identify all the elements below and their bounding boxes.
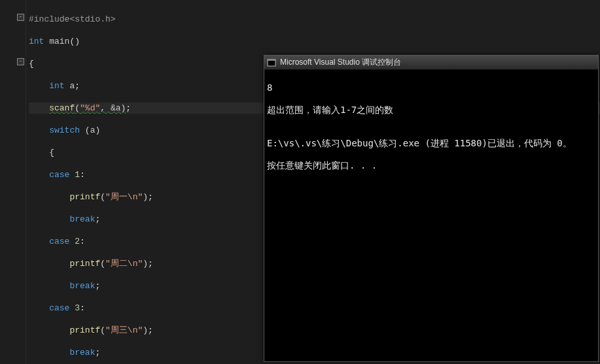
preproc: #include<stdio.h>: [29, 14, 116, 24]
console-line: E:\vs\.vs\练习\Debug\练习.exe (进程 11580)已退出，…: [267, 138, 595, 149]
gutter: - -: [0, 0, 26, 364]
fn-printf: printf: [69, 192, 100, 202]
console-line: 8: [267, 82, 595, 93]
kw-switch: switch: [49, 125, 80, 135]
console-icon: [267, 58, 276, 67]
debug-console-window[interactable]: Microsoft Visual Studio 调试控制台 8 超出范围，请输入…: [264, 55, 599, 362]
id-main: main: [49, 37, 69, 46]
svg-rect-1: [268, 59, 275, 61]
fn-scanf: scanf: [49, 103, 75, 113]
console-output[interactable]: 8 超出范围，请输入1-7之间的数 E:\vs\.vs\练习\Debug\练习.…: [264, 70, 598, 195]
console-line: 按任意键关闭此窗口. . .: [267, 160, 595, 171]
console-title: Microsoft Visual Studio 调试控制台: [280, 57, 401, 68]
kw-int: int: [29, 37, 44, 46]
console-line: 超出范围，请输入1-7之间的数: [267, 105, 595, 116]
fold-main[interactable]: -: [17, 14, 24, 21]
console-titlebar[interactable]: Microsoft Visual Studio 调试控制台: [264, 56, 598, 70]
fold-switch[interactable]: -: [17, 58, 24, 65]
